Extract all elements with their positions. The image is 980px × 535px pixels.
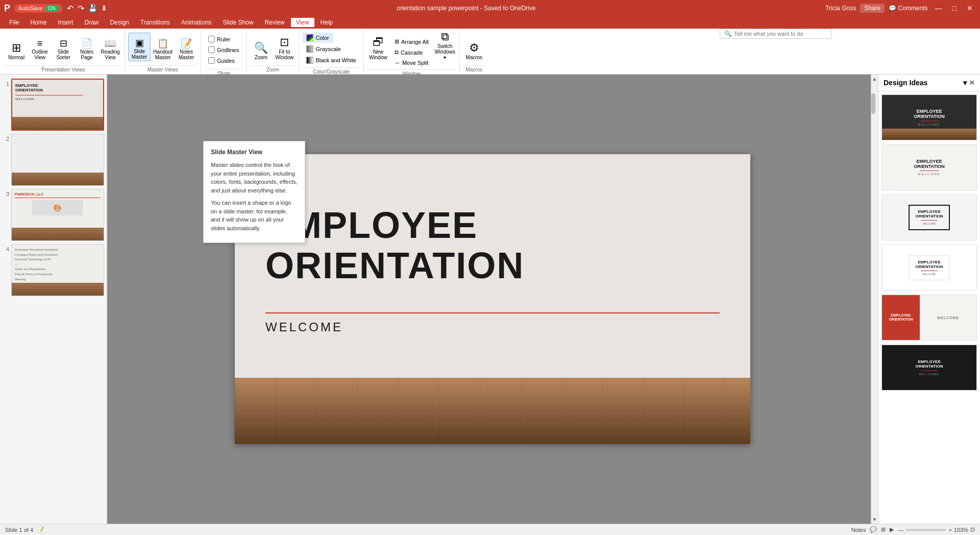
slide-floor-2 (12, 173, 104, 185)
share-button[interactable]: Share (860, 4, 885, 13)
ribbon-btn-macros[interactable]: ⚙ Macros (463, 33, 485, 61)
scroll-thumb[interactable] (871, 93, 875, 114)
slide-img-2[interactable] (11, 134, 104, 186)
ruler-check-input[interactable] (208, 36, 215, 42)
menu-view[interactable]: View (291, 18, 314, 27)
design-theme-5[interactable]: EMPLOYEEORIENTATION WELCOME (881, 295, 977, 341)
close-button[interactable]: ✕ (964, 3, 976, 13)
view-normal-icon[interactable]: ⊞ (881, 526, 886, 533)
ribbon-btn-switch-windows[interactable]: ⧉ SwitchWindows ▾ (434, 33, 456, 61)
slide-img-1[interactable]: EMPLOYEEORIENTATION WELCOME (11, 79, 104, 131)
color-btn-grayscale[interactable]: Grayscale (302, 44, 345, 54)
search-input[interactable] (734, 31, 827, 37)
zoom-in-button[interactable]: + (948, 527, 951, 533)
fit-window-label: Fit toWindow (276, 49, 294, 60)
menu-transitions[interactable]: Transitions (135, 18, 175, 27)
customize-button[interactable]: ⬇ (101, 4, 107, 12)
menu-design[interactable]: Design (105, 18, 134, 27)
ribbon-btn-slide-master[interactable]: ▣ SlideMaster (128, 33, 151, 61)
menu-home[interactable]: Home (25, 18, 52, 27)
titlebar-right: Tricia Goss Share 💬 Comments — □ ✕ (825, 3, 976, 13)
zoom-out-button[interactable]: — (898, 527, 903, 533)
comments-status-button[interactable]: 💬 (870, 526, 877, 533)
redo-button[interactable]: ↷ (78, 4, 84, 13)
window-content: 🗗 NewWindow ⊞ Arrange All ⧉ Cascade ↔ Mo… (367, 31, 456, 69)
notes-page-label: NotesPage (80, 49, 93, 60)
macros-content: ⚙ Macros (463, 31, 485, 65)
ribbon-btn-zoom[interactable]: 🔍 Zoom (250, 33, 272, 61)
tooltip-para1: Master slides control the look of your e… (211, 161, 298, 194)
menu-review[interactable]: Review (259, 18, 289, 27)
ribbon-btn-notes-page[interactable]: 📄 NotesPage (76, 33, 98, 61)
ribbon-btn-reading-view[interactable]: 📖 ReadingView (99, 33, 121, 61)
dt-red-3 (921, 220, 937, 221)
color-btn-black-white[interactable]: Black and White (302, 55, 360, 65)
ribbon-btn-normal[interactable]: ⊞ Normal (5, 33, 28, 61)
design-theme-2[interactable]: EMPLOYEEORIENTATION WELCOME (881, 144, 977, 190)
slide-thumb-1[interactable]: 1 EMPLOYEEORIENTATION WELCOME (2, 79, 105, 131)
menu-animations[interactable]: Animations (176, 18, 216, 27)
slide-img-4[interactable]: Employee Personnel Handbook Company Poli… (11, 244, 104, 296)
app-logo: P (4, 3, 10, 14)
notes-button[interactable]: Notes (851, 527, 866, 533)
dt-sub-3: WELCOME (916, 222, 943, 225)
notes-master-icon: 📝 (181, 39, 192, 48)
color-squares-icon (306, 34, 313, 41)
ribbon-btn-notes-master[interactable]: 📝 NotesMaster (175, 33, 198, 61)
slide-master-icon: ▣ (135, 38, 144, 47)
save-button[interactable]: 💾 (88, 4, 97, 12)
ribbon-btn-outline[interactable]: ≡ OutlineView (29, 33, 51, 61)
status-bar: Slide 1 of 4 📝 Notes 💬 ⊞ ▶ — + 103% ⊡ (0, 524, 980, 535)
ribbon-btn-handout-master[interactable]: 📋 HandoutMaster (152, 33, 174, 61)
slide-thumb-4[interactable]: 4 Employee Personnel Handbook Company Po… (2, 244, 105, 296)
guides-checkbox[interactable]: Guides (206, 56, 237, 65)
undo-button[interactable]: ↶ (67, 4, 74, 13)
reading-view-label: ReadingView (101, 49, 119, 60)
autosave-toggle[interactable]: AutoSave ON (14, 4, 63, 13)
design-theme-6[interactable]: EMPLOYEEORIENTATION WELCOME (881, 345, 977, 391)
ribbon-btn-arrange-all[interactable]: ⊞ Arrange All (390, 37, 433, 46)
grayscale-icon (306, 45, 313, 53)
view-slideshow-icon[interactable]: ▶ (890, 526, 894, 533)
menu-insert[interactable]: Insert (53, 18, 78, 27)
dt-sub-4: WELCOME (916, 273, 943, 276)
macros-icon: ⚙ (469, 42, 479, 54)
scroll-up-button[interactable]: ▲ (871, 75, 878, 83)
scroll-down-button[interactable]: ▼ (871, 515, 878, 524)
gridlines-checkbox[interactable]: Gridlines (206, 45, 241, 54)
guides-check-input[interactable] (208, 57, 215, 64)
ribbon-btn-slide-sorter[interactable]: ⊟ SlideSorter (52, 33, 75, 61)
slide-num-2: 2 (2, 134, 9, 142)
slide-sorter-icon: ⊟ (60, 39, 67, 48)
menu-draw[interactable]: Draw (79, 18, 104, 27)
design-panel-dropdown[interactable]: ▾ (963, 79, 967, 87)
ribbon-btn-move-split[interactable]: ↔ Move Split (390, 58, 433, 67)
minimize-button[interactable]: — (932, 3, 945, 13)
ribbon-btn-new-window[interactable]: 🗗 NewWindow (367, 33, 389, 61)
fit-slide-button[interactable]: ⊡ (970, 526, 975, 533)
comments-button[interactable]: 💬 Comments (889, 5, 927, 12)
design-theme-3[interactable]: EMPLOYEEORIENTATION WELCOME (881, 194, 977, 240)
design-theme-4[interactable]: EMPLOYEEORIENTATION WELCOME (881, 245, 977, 290)
gridlines-check-input[interactable] (208, 46, 215, 53)
menu-help[interactable]: Help (315, 18, 338, 27)
design-panel-close[interactable]: ✕ (969, 79, 975, 87)
zoom-slider[interactable] (905, 529, 946, 531)
color-btn-color[interactable]: Color (302, 33, 333, 43)
ribbon-btn-cascade[interactable]: ⧉ Cascade (390, 47, 433, 57)
maximize-button[interactable]: □ (949, 3, 960, 13)
slide-thumb-3[interactable]: 3 PARKDECK, LLC 🎨 (2, 189, 105, 241)
menu-slideshow[interactable]: Slide Show (217, 18, 258, 27)
slide-img-3[interactable]: PARKDECK, LLC 🎨 (11, 189, 104, 241)
normal-label: Normal (8, 55, 24, 60)
ribbon-group-show: Ruler Gridlines Guides Show (201, 31, 247, 74)
vertical-scrollbar[interactable]: ▲ ▼ (871, 75, 878, 524)
arrange-all-label: Arrange All (401, 39, 429, 45)
notes-page-icon: 📄 (81, 39, 92, 48)
dt-red-4 (921, 271, 937, 271)
ruler-checkbox[interactable]: Ruler (206, 35, 232, 43)
slide-thumb-2[interactable]: 2 (2, 134, 105, 186)
menu-file[interactable]: File (4, 18, 24, 27)
design-theme-1[interactable]: EMPLOYEEORIENTATION WELCOME (881, 94, 977, 140)
ribbon-btn-fit-window[interactable]: ⊡ Fit toWindow (273, 33, 296, 61)
